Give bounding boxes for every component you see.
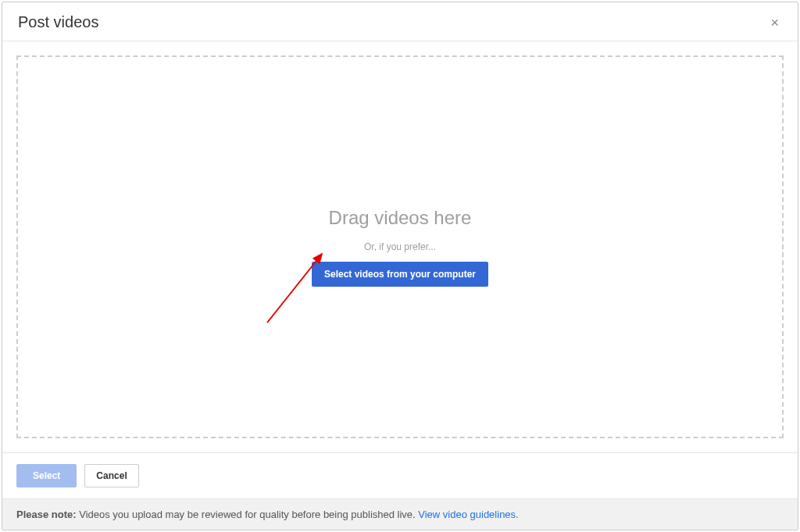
video-dropzone[interactable]: Drag videos here Or, if you prefer... Se… xyxy=(16,55,784,438)
modal-header: Post videos × xyxy=(2,2,798,41)
select-button[interactable]: Select xyxy=(16,464,77,487)
cancel-button[interactable]: Cancel xyxy=(84,464,138,487)
modal-title: Post videos xyxy=(18,13,98,31)
close-button[interactable]: × xyxy=(767,16,782,30)
close-icon: × xyxy=(770,15,779,30)
modal-footer: Select Cancel xyxy=(2,452,798,498)
select-from-computer-button[interactable]: Select videos from your computer xyxy=(312,262,488,287)
note-text: Videos you upload may be reviewed for qu… xyxy=(77,509,419,520)
modal-body: Drag videos here Or, if you prefer... Se… xyxy=(2,41,798,452)
or-prefer-text: Or, if you prefer... xyxy=(364,241,436,252)
note-bar: Please note: Videos you upload may be re… xyxy=(2,498,798,530)
post-videos-modal: Post videos × Drag videos here Or, if yo… xyxy=(2,2,798,530)
view-guidelines-link[interactable]: View video guidelines. xyxy=(418,509,518,520)
drag-instruction-text: Drag videos here xyxy=(329,207,472,229)
note-bold-label: Please note: xyxy=(16,509,77,520)
